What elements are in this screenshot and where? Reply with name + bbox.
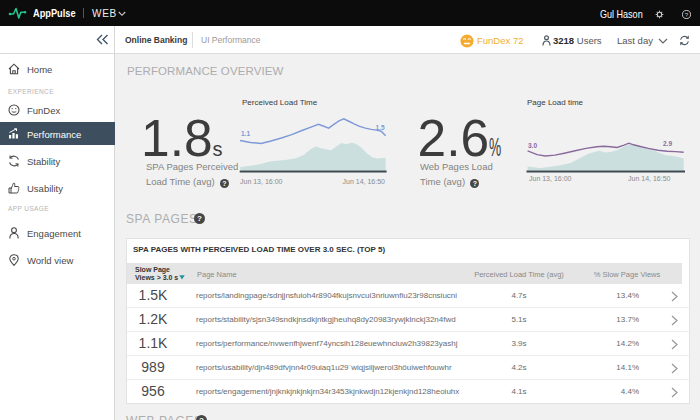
svg-text:?: ?: [685, 11, 689, 18]
svg-text:1.1: 1.1: [241, 130, 250, 137]
svg-text:1.5: 1.5: [376, 124, 385, 131]
svg-text:Jun 14, 16:50: Jun 14, 16:50: [628, 175, 671, 182]
svg-text:Jun 13, 16:00: Jun 13, 16:00: [240, 178, 283, 185]
svg-text:Jun 13, 16:00: Jun 13, 16:00: [529, 175, 572, 182]
svg-text:Jun 14, 16:50: Jun 14, 16:50: [343, 178, 386, 185]
svg-text:2.9: 2.9: [663, 140, 672, 147]
svg-text:3.0: 3.0: [528, 142, 537, 149]
